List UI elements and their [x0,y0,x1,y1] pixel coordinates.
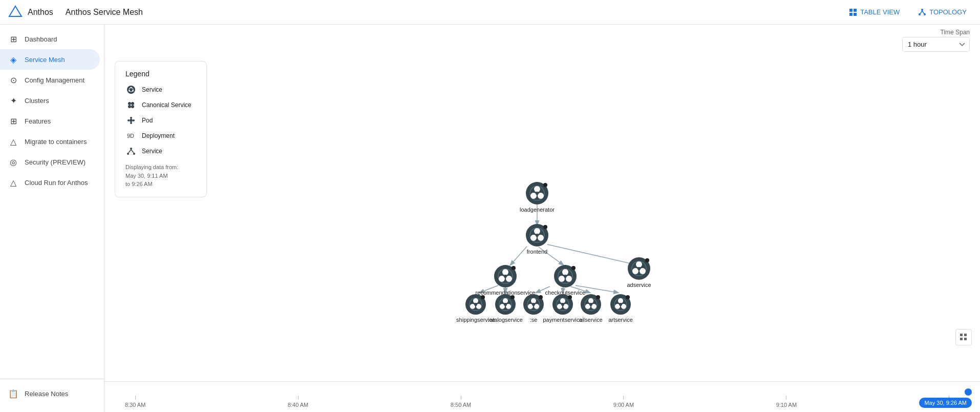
sidebar-item-security[interactable]: ◎ Security (PREVIEW) [0,152,100,172]
sidebar-item-dashboard[interactable]: ⊞ Dashboard [0,29,100,49]
svg-point-51 [512,266,516,270]
topology-button[interactable]: TOPOLOGY [913,5,972,19]
node-loadgenerator[interactable] [526,182,548,204]
timeline-ticks: 8:30 AM 8:40 AM 8:50 AM 9:00 AM 9:10 AM [104,396,980,408]
sidebar-item-migrate[interactable]: △ Migrate to containers [0,131,100,152]
svg-point-68 [473,298,478,303]
legend-service-label: Service [142,86,162,93]
sidebar-item-service-mesh[interactable]: ◈ Service Mesh [0,49,100,70]
legend-deployment-icon: 9D [125,130,137,141]
svg-point-22 [130,117,132,119]
grid-toggle-button[interactable] [955,329,972,345]
timeline-tick-1: 8:40 AM [288,396,308,408]
svg-line-8 [920,11,922,14]
svg-point-78 [504,303,507,306]
node-frontend[interactable] [526,224,548,246]
layout: ⊞ Dashboard ◈ Service Mesh ⊙ Config Mana… [0,25,980,412]
edge-frontend-recommendation [510,246,527,265]
svg-point-14 [132,90,134,92]
sidebar-item-config-management[interactable]: ⊙ Config Management [0,70,100,90]
tick-label-0: 8:30 AM [125,402,145,408]
cloud-run-icon: △ [8,177,18,188]
svg-point-40 [534,228,540,234]
svg-point-26 [127,153,129,155]
legend-service2-icon [125,146,137,157]
svg-point-96 [588,298,593,303]
svg-point-72 [481,295,485,299]
svg-point-79 [510,295,515,299]
node-art-label: artservice [608,317,633,323]
table-view-button[interactable]: TABLE VIEW [844,5,905,19]
timeline-tick-4: 9:10 AM [776,396,797,408]
svg-rect-111 [964,338,967,340]
page-title: Anthos Service Mesh [66,8,143,17]
svg-point-99 [589,303,592,306]
svg-point-64 [637,267,641,270]
svg-point-23 [130,122,132,124]
svg-point-92 [561,303,564,306]
sidebar-item-features[interactable]: ⊞ Features [0,111,100,131]
svg-rect-108 [960,334,963,336]
node-payment-label: paymentservice [543,317,582,323]
svg-point-25 [130,148,132,150]
svg-point-61 [636,261,642,267]
svg-point-50 [504,275,507,278]
timeline-current-dot [965,388,972,396]
sidebar-item-config-management-label: Config Management [25,76,84,84]
svg-point-37 [543,183,547,187]
node-checkoutservice[interactable] [554,265,577,287]
svg-point-13 [129,90,130,92]
sidebar-item-cloud-run-label: Cloud Run for Anthos [25,179,88,187]
canvas-area[interactable]: Legend Service [104,56,980,381]
legend-service-icon [125,84,137,95]
release-notes-icon: 📋 [8,388,18,399]
time-span-select[interactable]: 1 hour Last 5 minutes Last 15 minutes 6 … [902,37,970,52]
node-artservice[interactable] [610,294,631,315]
svg-point-21 [133,119,135,121]
svg-point-65 [645,258,649,262]
node-ailservice[interactable] [581,294,601,315]
tick-line [786,396,786,400]
legend-deployment-label: Deployment [142,132,175,139]
node-paymentservice[interactable] [552,294,573,315]
timeline: 8:30 AM 8:40 AM 8:50 AM 9:00 AM 9:10 AM [104,381,980,412]
legend-pod-icon [125,115,137,126]
legend-item-pod: Pod [125,115,196,126]
sidebar-item-release-notes[interactable]: 📋 Release Notes [0,383,100,404]
node-adservice[interactable] [628,257,650,280]
topology-svg[interactable]: loadgenerator frontend [104,56,975,353]
legend-service2-label: Service [142,148,162,155]
node-recommendationservice[interactable] [494,265,517,287]
node-adservice-label: adservice [627,282,651,288]
legend-data-info: Displaying data from: May 30, 9:11 AM to… [125,163,196,189]
sidebar-item-clusters[interactable]: ✦ Clusters [0,90,100,111]
svg-point-86 [539,295,543,299]
svg-point-107 [626,295,630,299]
svg-point-106 [619,303,622,306]
node-catalogservice[interactable] [495,294,516,315]
node-shippingservice[interactable] [465,294,486,315]
svg-point-58 [571,266,576,270]
legend-item-deployment: 9D Deployment [125,130,196,141]
legend-canonical-icon [125,99,137,111]
tick-line [461,396,461,400]
legend-item-canonical: Canonical Service [125,99,196,111]
svg-rect-3 [849,13,853,16]
node-se[interactable] [523,294,544,315]
sidebar-item-release-notes-label: Release Notes [25,390,68,398]
app-name: Anthos [28,8,53,17]
features-icon: ⊞ [8,116,18,126]
topbar: Anthos Anthos Service Mesh TABLE VIEW TO… [0,0,980,25]
tick-label-1: 8:40 AM [288,402,308,408]
sidebar-item-cloud-run[interactable]: △ Cloud Run for Anthos [0,172,100,193]
legend-item-service: Service [125,84,196,95]
svg-point-44 [543,225,547,229]
timeline-tick-3: 9:00 AM [613,396,634,408]
sidebar-item-service-mesh-label: Service Mesh [25,56,65,64]
edge-frontend-adservice [547,244,637,265]
node-frontend-label: frontend [527,249,547,255]
svg-point-33 [534,186,540,192]
node-loadgenerator-label: loadgenerator [520,207,555,213]
legend-item-service2: Service [125,146,196,157]
sidebar: ⊞ Dashboard ◈ Service Mesh ⊙ Config Mana… [0,25,104,412]
